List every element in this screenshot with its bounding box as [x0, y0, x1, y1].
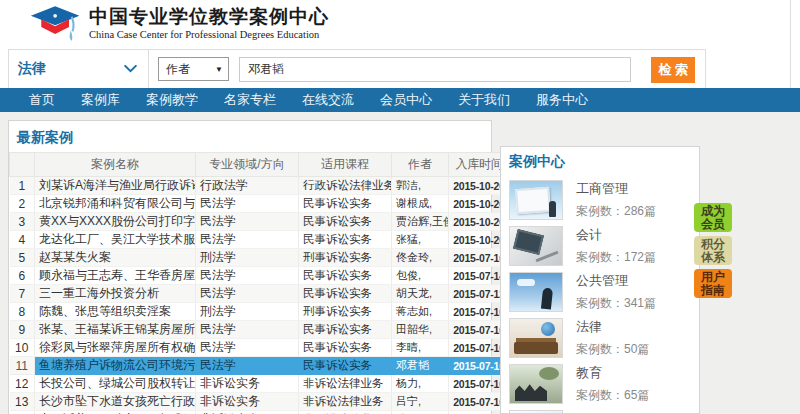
- search-field-select[interactable]: 作者 ▼: [158, 57, 229, 81]
- row-number-column-header: [10, 153, 35, 177]
- search-field-selected-option: 作者: [166, 61, 190, 78]
- author-cell: 胡天龙,: [392, 285, 449, 303]
- row-number-cell: 9: [10, 321, 35, 339]
- case-name-cell[interactable]: 刘某诉A海洋与渔业局行政诉讼案: [35, 177, 196, 195]
- nav-item[interactable]: 首页: [16, 91, 68, 109]
- become-member-button[interactable]: 成为会员: [694, 203, 732, 232]
- accounting-thumbnail: [509, 226, 563, 266]
- cases-table-header-row: 案例名称专业领域/方向适用课程作者入库时间: [10, 153, 510, 177]
- nav-item[interactable]: 关于我们: [445, 91, 523, 109]
- field-cell: 非诉讼实务: [196, 375, 299, 393]
- search-bar: 法律 作者 ▼ 检 索: [8, 49, 706, 88]
- course-cell: 民事诉讼实务: [299, 267, 392, 285]
- points-system-button[interactable]: 积分体系: [694, 236, 732, 265]
- column-header: 作者: [392, 153, 449, 177]
- case-table-row[interactable]: 5 赵某某失火案 刑法学 刑事诉讼实务 佟金玲, 2015-07-16: [10, 249, 510, 267]
- case-category-item[interactable]: 教育 案例数：65篇: [509, 364, 691, 404]
- clinical-medicine-thumbnail: [509, 410, 563, 414]
- case-table-row[interactable]: 8 陈魏、张思等组织卖淫案 刑法学 刑事诉讼实务 蒋志如, 2015-07-10: [10, 303, 510, 321]
- field-cell: 民法学: [196, 339, 299, 357]
- chevron-down-icon: [124, 65, 137, 73]
- site-subtitle: China Case Center for Professional Degre…: [89, 29, 329, 40]
- category-name: 法律: [576, 318, 649, 336]
- row-number-cell: 13: [10, 393, 35, 411]
- case-table-row[interactable]: 13 长沙市坠下水道女孩死亡行政救助案例 非诉讼实务 非诉讼法律业务 吕宁, 2…: [10, 393, 510, 411]
- case-table-row[interactable]: 10 徐彩凤与张翠萍房屋所有权确认纠纷案 民法学 民事诉讼实务 李晴, 2015…: [10, 339, 510, 357]
- law-thumbnail: [509, 318, 563, 358]
- page-edge-divider: [790, 0, 791, 88]
- case-name-cell[interactable]: 北京锐邦涌和科贸有限公司与强生（上: [35, 195, 196, 213]
- field-cell: 民法学: [196, 231, 299, 249]
- author-cell: 吕宁,: [392, 393, 449, 411]
- field-cell: 民法学: [196, 285, 299, 303]
- case-category-item[interactable]: 法律 案例数：50篇: [509, 318, 691, 358]
- graduation-cap-logo-icon: [30, 4, 82, 45]
- user-guide-button[interactable]: 用户指南: [694, 269, 732, 298]
- case-table-row[interactable]: 7 三一重工海外投资分析 民法学 民事诉讼实务 胡天龙, 2015-07-12: [10, 285, 510, 303]
- author-cell: 邓君韬: [392, 357, 449, 375]
- column-header: 适用课程: [299, 153, 392, 177]
- row-number-cell: 7: [10, 285, 35, 303]
- course-cell: 非诉讼法律业务: [299, 393, 392, 411]
- case-name-cell[interactable]: 中国诉美国四种产品（标准钢管、矩形: [35, 411, 196, 414]
- field-cell: 刑法学: [196, 303, 299, 321]
- case-table-row[interactable]: 4 龙达化工厂、吴江大学技术服务合同纠 民法学 民事诉讼实务 张猛, 2015-…: [10, 231, 510, 249]
- case-table-row[interactable]: 6 顾永福与王志寿、王华香房屋买卖合同 民法学 民事诉讼实务 包俊, 2015-…: [10, 267, 510, 285]
- case-table-row[interactable]: 14 中国诉美国四种产品（标准钢管、矩形 非诉讼实务 非诉讼法律业务 陈咏梅, …: [10, 411, 510, 414]
- case-table-row[interactable]: 12 长投公司、绿城公司股权转让仲裁案（ 非诉讼实务 非诉讼法律业务 杨力, 2…: [10, 375, 510, 393]
- course-cell: 行政诉讼法律业务: [299, 177, 392, 195]
- field-cell: 非诉讼实务: [196, 411, 299, 414]
- course-cell: 民事诉讼实务: [299, 339, 392, 357]
- nav-item[interactable]: 案例库: [68, 91, 133, 109]
- field-cell: 行政法学: [196, 177, 299, 195]
- case-table-row[interactable]: 11 鱼塘养殖户诉物流公司环境污染损害案 民法学 民事诉讼实务 邓君韬 2015…: [10, 357, 510, 375]
- site-title: 中国专业学位教学案例中心: [89, 5, 329, 29]
- case-name-cell[interactable]: 鱼塘养殖户诉物流公司环境污染损害案: [35, 357, 196, 375]
- case-name-cell[interactable]: 长沙市坠下水道女孩死亡行政救助案例: [35, 393, 196, 411]
- nav-item[interactable]: 案例教学: [133, 91, 211, 109]
- search-input[interactable]: [239, 57, 631, 82]
- nav-item[interactable]: 名家专栏: [211, 91, 289, 109]
- case-category-item[interactable]: 工商管理 案例数：286篇: [509, 180, 691, 220]
- case-name-cell[interactable]: 三一重工海外投资分析: [35, 285, 196, 303]
- case-name-cell[interactable]: 张某、王福某诉王锦某房屋所有权确认: [35, 321, 196, 339]
- case-name-cell[interactable]: 顾永福与王志寿、王华香房屋买卖合同: [35, 267, 196, 285]
- nav-item[interactable]: 在线交流: [289, 91, 367, 109]
- course-cell: 民事诉讼实务: [299, 285, 392, 303]
- education-thumbnail: [509, 364, 563, 404]
- author-cell: 田韶华,: [392, 321, 449, 339]
- category-name: 教育: [576, 364, 649, 382]
- course-cell: 非诉讼法律业务: [299, 411, 392, 414]
- case-table-row[interactable]: 9 张某、王福某诉王锦某房屋所有权确认 民法学 民事诉讼实务 田韶华, 2015…: [10, 321, 510, 339]
- category-count: 案例数：172篇: [576, 249, 656, 266]
- case-name-cell[interactable]: 黄XX与XXXX股份公司打印字迹时间...: [35, 213, 196, 231]
- case-table-row[interactable]: 3 黄XX与XXXX股份公司打印字迹时间... 民法学 民事诉讼实务 贾治辉,王…: [10, 213, 510, 231]
- author-cell: 郭洁,: [392, 177, 449, 195]
- row-number-cell: 4: [10, 231, 35, 249]
- case-name-cell[interactable]: 赵某某失火案: [35, 249, 196, 267]
- case-category-item[interactable]: 临床医学: [509, 410, 691, 414]
- logo-link[interactable]: 中国专业学位教学案例中心 China Case Center for Profe…: [30, 4, 329, 45]
- column-header: 专业领域/方向: [196, 153, 299, 177]
- latest-cases-title: 最新案例: [17, 129, 491, 147]
- case-center-list: 工商管理 案例数：286篇 会计 案例数：172篇 公共管理 案例数：341篇 …: [501, 180, 699, 414]
- author-cell: 李晴,: [392, 339, 449, 357]
- field-cell: 民法学: [196, 195, 299, 213]
- author-cell: 陈咏梅,: [392, 411, 449, 414]
- case-name-cell[interactable]: 徐彩凤与张翠萍房屋所有权确认纠纷案: [35, 339, 196, 357]
- category-count: 案例数：50篇: [576, 341, 649, 358]
- case-name-cell[interactable]: 长投公司、绿城公司股权转让仲裁案（: [35, 375, 196, 393]
- case-name-cell[interactable]: 陈魏、张思等组织卖淫案: [35, 303, 196, 321]
- case-category-item[interactable]: 公共管理 案例数：341篇: [509, 272, 691, 312]
- nav-item[interactable]: 服务中心: [523, 91, 601, 109]
- search-button[interactable]: 检 索: [651, 57, 695, 83]
- case-category-item[interactable]: 会计 案例数：172篇: [509, 226, 691, 266]
- page: 中国专业学位教学案例中心 China Case Center for Profe…: [0, 0, 800, 414]
- nav-item[interactable]: 会员中心: [367, 91, 445, 109]
- author-cell: 张猛,: [392, 231, 449, 249]
- case-table-row[interactable]: 2 北京锐邦涌和科贸有限公司与强生（上 民法学 民事诉讼实务 谢根成, 2015…: [10, 195, 510, 213]
- site-header: 中国专业学位教学案例中心 China Case Center for Profe…: [0, 0, 800, 48]
- case-name-cell[interactable]: 龙达化工厂、吴江大学技术服务合同纠: [35, 231, 196, 249]
- category-dropdown[interactable]: 法律: [9, 50, 149, 88]
- case-table-row[interactable]: 1 刘某诉A海洋与渔业局行政诉讼案 行政法学 行政诉讼法律业务 郭洁, 2015…: [10, 177, 510, 195]
